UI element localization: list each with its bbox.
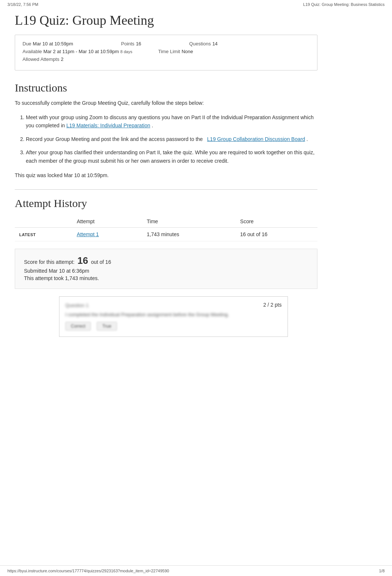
allowed-attempts-item: Allowed Attempts 2 (23, 56, 63, 62)
available-days: 8 days (120, 49, 132, 54)
score-label: Score for this attempt: (24, 259, 75, 265)
available-value: Mar 2 at 11pm - Mar 10 at 10:59pm (44, 49, 119, 54)
page-tab-title: L19 Quiz: Group Meeting: Business Statis… (303, 2, 385, 7)
th-attempt: Attempt (72, 215, 142, 228)
divider-1 (15, 189, 317, 190)
info-box: Due Mar 10 at 10:59pm Points 16 Question… (15, 35, 317, 70)
footer-url: https://byui.instructure.com/courses/177… (7, 569, 169, 573)
question-header: Question 1 (65, 303, 282, 308)
score-line: Score for this attempt: 16 out of 16 (24, 255, 308, 266)
info-row-2: Available Mar 2 at 11pm - Mar 10 at 10:5… (23, 49, 310, 54)
answer-btn-1: Correct (65, 322, 91, 331)
attempt-link-cell[interactable]: Attempt 1 (72, 227, 142, 241)
latest-label: LATEST (19, 232, 36, 237)
time-limit-label: Time Limit (158, 49, 180, 54)
submitted-text: Submitted Mar 10 at 6:36pm (24, 268, 308, 274)
points-label: Points (121, 41, 134, 46)
answer-btn-2: True (97, 322, 117, 331)
th-score: Score (236, 215, 317, 228)
attempt-score: 16 out of 16 (236, 227, 317, 241)
footer-bar: https://byui.instructure.com/courses/177… (0, 565, 392, 576)
available-label: Available (23, 49, 42, 54)
allowed-attempts-label: Allowed Attempts (23, 56, 59, 62)
step2-text-after: . (306, 136, 308, 142)
question-text: I completed the Individual Preparation a… (65, 311, 282, 318)
th-empty (15, 215, 72, 228)
score-summary: Score for this attempt: 16 out of 16 Sub… (15, 249, 317, 289)
score-value: 16 (78, 255, 88, 266)
step1-link[interactable]: L19 Materials: Individual Preparation (66, 123, 150, 128)
step-1: Meet with your group using Zoom to discu… (26, 113, 317, 130)
date-time: 3/18/22, 7:56 PM (7, 2, 38, 7)
info-row-1: Due Mar 10 at 10:59pm Points 16 Question… (23, 41, 310, 46)
attempt-history: Attempt History Attempt Time Score LATES… (15, 197, 317, 337)
attempt-history-title: Attempt History (15, 197, 317, 210)
th-time: Time (142, 215, 236, 228)
points-item: Points 16 (121, 41, 141, 46)
attempt-table: Attempt Time Score LATEST Attempt 1 1,74… (15, 215, 317, 241)
locked-text: This quiz was locked Mar 10 at 10:59pm. (15, 172, 317, 178)
instructions-intro: To successfully complete the Group Meeti… (15, 100, 317, 106)
question-points: 2 / 2 pts (263, 302, 282, 308)
step-3: After your group has clarified their und… (26, 148, 317, 165)
questions-item: Questions 14 (189, 41, 218, 46)
info-row-3: Allowed Attempts 2 (23, 56, 310, 62)
due-item: Due Mar 10 at 10:59pm (23, 41, 73, 46)
due-label: Due (23, 41, 31, 46)
top-bar: 3/18/22, 7:56 PM L19 Quiz: Group Meeting… (0, 0, 392, 9)
instructions-title: Instructions (15, 82, 317, 94)
latest-badge: LATEST (15, 227, 72, 241)
table-header-row: Attempt Time Score (15, 215, 317, 228)
questions-label: Questions (189, 41, 211, 46)
due-value: Mar 10 at 10:59pm (33, 41, 73, 46)
score-suffix: out of 16 (91, 259, 111, 265)
questions-value: 14 (212, 41, 217, 46)
step1-text-after: . (152, 123, 153, 128)
step-2: Record your Group Meeting and post the l… (26, 135, 317, 143)
time-limit-value: None (182, 49, 193, 54)
question-block: 2 / 2 pts Question 1 I completed the Ind… (59, 296, 288, 337)
steps-list: Meet with your group using Zoom to discu… (26, 113, 317, 165)
allowed-attempts-value: 2 (61, 56, 63, 62)
step2-text-before: Record your Group Meeting and post the l… (26, 136, 203, 142)
answer-row: Correct True (65, 322, 282, 331)
question-area: 2 / 2 pts Question 1 I completed the Ind… (15, 296, 317, 337)
question-header-text: Question 1 (65, 303, 89, 308)
footer-page: 1/8 (379, 569, 385, 573)
time-limit-item: Time Limit None (158, 49, 193, 54)
step2-link[interactable]: L19 Group Collaboration Discussion Board (207, 136, 305, 142)
page-content: L19 Quiz: Group Meeting Due Mar 10 at 10… (0, 9, 332, 352)
table-row: LATEST Attempt 1 1,743 minutes 16 out of… (15, 227, 317, 241)
quiz-title: L19 Quiz: Group Meeting (15, 13, 317, 28)
step3-text: After your group has clarified their und… (26, 149, 314, 163)
points-value: 16 (136, 41, 141, 46)
attempt-1-link[interactable]: Attempt 1 (77, 231, 99, 237)
available-item: Available Mar 2 at 11pm - Mar 10 at 10:5… (23, 49, 132, 54)
duration-text: This attempt took 1,743 minutes. (24, 275, 308, 281)
attempt-time: 1,743 minutes (142, 227, 236, 241)
